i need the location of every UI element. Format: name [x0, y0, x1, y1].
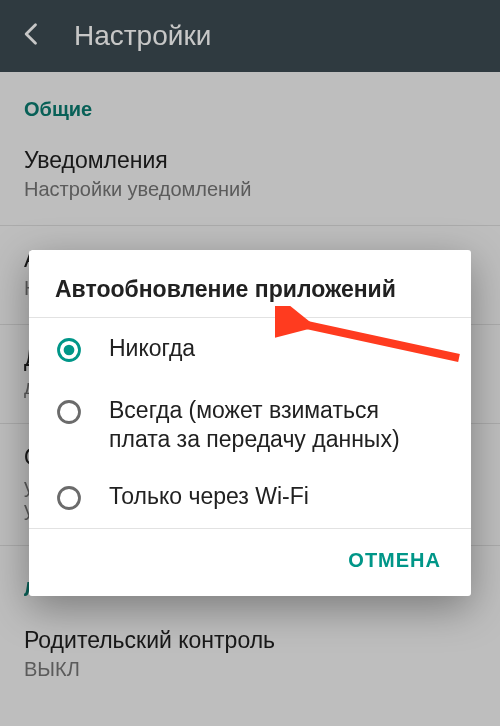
dialog-scrim[interactable]: Автообновление приложений Никогда Всегда… [0, 0, 500, 726]
radio-selected-icon [55, 336, 83, 368]
option-label: Никогда [109, 334, 195, 363]
option-never[interactable]: Никогда [29, 318, 471, 380]
dialog-actions: ОТМЕНА [29, 529, 471, 586]
autoupdate-dialog: Автообновление приложений Никогда Всегда… [29, 250, 471, 596]
radio-unselected-icon [55, 484, 83, 516]
option-wifi-only[interactable]: Только через Wi-Fi [29, 466, 471, 528]
dialog-title: Автообновление приложений [29, 276, 471, 317]
svg-point-2 [59, 402, 80, 423]
cancel-button[interactable]: ОТМЕНА [340, 543, 449, 578]
option-label: Всегда (может взиматься плата за передач… [109, 396, 445, 454]
option-always[interactable]: Всегда (может взиматься плата за передач… [29, 380, 471, 466]
svg-point-3 [59, 487, 80, 508]
svg-point-1 [64, 345, 75, 356]
radio-unselected-icon [55, 398, 83, 430]
option-label: Только через Wi-Fi [109, 482, 309, 511]
